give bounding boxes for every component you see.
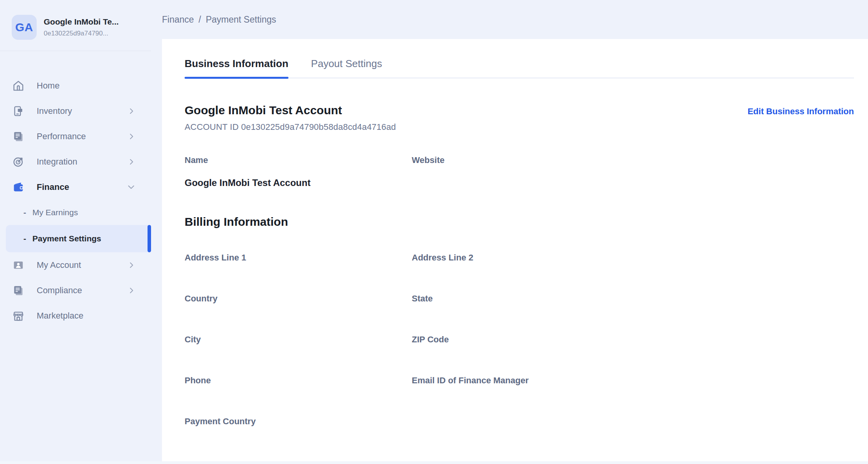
sidebar-item-label: Compliance [37,285,82,296]
field-value [412,177,854,189]
chevron-right-icon [128,261,135,269]
account-id-label: ACCOUNT ID [185,122,239,132]
field-value [412,315,854,328]
sidebar-item-label: Inventory [37,106,72,116]
sidebar-item-label: Performance [37,131,86,142]
business-info-title-block: Google InMobi Test Account ACCOUNT ID 0e… [185,103,396,132]
breadcrumb-finance[interactable]: Finance [162,14,194,25]
dash-bullet: - [23,234,26,243]
field-value [185,315,412,328]
tab-business-information[interactable]: Business Information [185,58,288,78]
sidebar-item-my-account[interactable]: My Account [0,252,151,278]
field-label: City [185,334,412,345]
sidebar-item-integration[interactable]: Integration [0,149,151,174]
field-city: City [185,334,412,375]
breadcrumb: Finance / Payment Settings [151,0,868,39]
business-fields: Name Google InMobi Test Account Website [185,155,854,189]
sidebar-item-performance[interactable]: Performance [0,124,151,149]
account-id-value: 0e130225d9a74790b58da8cd4a4716ad [241,122,396,132]
field-phone: Phone [185,375,412,416]
field-value [412,356,854,368]
sidebar-item-label: Home [37,81,60,91]
field-label: Phone [185,375,412,386]
dash-bullet: - [23,208,26,217]
chevron-right-icon [128,287,135,294]
field-email-finance-manager: Email ID of Finance Manager [412,375,854,416]
field-state: State [412,293,854,334]
field-country: Country [185,293,412,334]
bottom-edge-strip [0,461,868,464]
sidebar-item-home[interactable]: Home [0,73,151,98]
sidebar-item-label: Integration [37,157,77,167]
field-name: Name Google InMobi Test Account [185,155,412,189]
home-icon [12,79,25,92]
compliance-icon [12,284,25,297]
sidebar-item-inventory[interactable]: Inventory [0,98,151,124]
tab-payout-settings[interactable]: Payout Settings [311,58,382,78]
sidebar-item-label: Finance [37,182,69,192]
payment-settings-panel: Business Information Payout Settings Goo… [162,39,868,461]
chevron-right-icon [128,133,135,140]
field-value [412,274,854,287]
target-icon [12,155,25,168]
field-label: Country [185,293,412,304]
field-label: Website [412,155,854,166]
user-icon [12,259,25,272]
field-value [185,356,412,368]
field-label: State [412,293,854,304]
field-label: Address Line 1 [185,252,412,263]
sidebar-item-finance[interactable]: Finance [0,174,151,200]
sidebar-item-label: Payment Settings [32,234,101,243]
sidebar-nav: Home Inventory [0,73,151,328]
billing-information-heading: Billing Information [185,214,854,230]
account-switcher[interactable]: GA Google InMobi Te... 0e130225d9a74790.… [0,15,151,40]
breadcrumb-current: Payment Settings [206,14,276,25]
account-meta: Google InMobi Te... 0e130225d9a74790... [44,17,119,37]
field-zip-code: ZIP Code [412,334,854,375]
field-website: Website [412,155,854,189]
account-name: Google InMobi Te... [44,17,119,27]
billing-fields: Address Line 1 Address Line 2 Country St… [185,252,854,457]
field-label: Payment Country [185,416,412,427]
field-payment-country: Payment Country [185,416,412,457]
account-id-line: ACCOUNT ID 0e130225d9a74790b58da8cd4a471… [185,122,396,132]
chevron-right-icon [128,107,135,115]
sidebar-item-label: Marketplace [37,311,84,321]
report-icon [12,130,25,143]
sidebar: GA Google InMobi Te... 0e130225d9a74790.… [0,0,151,464]
field-label: Email ID of Finance Manager [412,375,854,386]
sidebar-divider [0,51,151,51]
store-icon [12,309,25,322]
field-value [185,397,412,409]
wallet-icon [12,181,25,194]
sidebar-item-label: My Account [37,260,81,270]
account-id: 0e130225d9a74790... [44,30,119,37]
sidebar-item-my-earnings[interactable]: - My Earnings [0,200,151,225]
field-value [185,438,412,450]
field-value [185,274,412,287]
sidebar-item-compliance[interactable]: Compliance [0,278,151,303]
field-address-line-1: Address Line 1 [185,252,412,293]
page-title: Google InMobi Test Account [185,103,396,118]
account-avatar: GA [12,15,37,40]
sidebar-item-payment-settings[interactable]: - Payment Settings [6,225,151,252]
field-label: Name [185,155,412,166]
chevron-right-icon [128,158,135,166]
field-label: Address Line 2 [412,252,854,263]
sidebar-item-label: My Earnings [32,208,78,217]
tab-bar: Business Information Payout Settings [185,39,854,78]
field-value [412,397,854,409]
sidebar-item-marketplace[interactable]: Marketplace [0,303,151,328]
device-icon [12,104,25,118]
breadcrumb-separator: / [199,14,201,25]
field-address-line-2: Address Line 2 [412,252,854,293]
chevron-down-icon [127,183,135,191]
edit-business-information-link[interactable]: Edit Business Information [747,106,854,117]
main-area: Finance / Payment Settings Business Info… [151,0,868,464]
field-value: Google InMobi Test Account [185,177,412,189]
business-info-header: Google InMobi Test Account ACCOUNT ID 0e… [185,103,854,132]
field-label: ZIP Code [412,334,854,345]
